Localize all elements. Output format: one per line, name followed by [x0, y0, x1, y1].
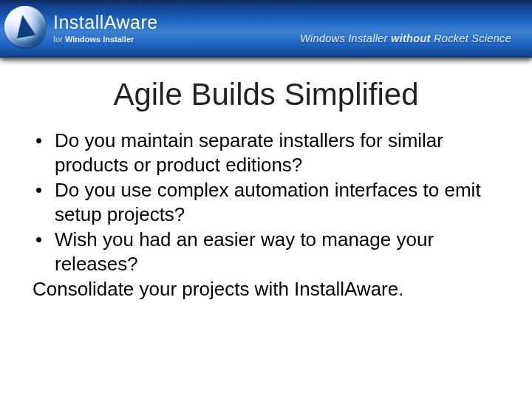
list-item: Wish you had an easier way to manage you…: [33, 228, 489, 276]
bullet-list: Do you maintain separate installers for …: [33, 129, 489, 276]
header-shadow: [0, 58, 532, 65]
list-item: Do you maintain separate installers for …: [33, 129, 489, 177]
list-item: Do you use complex automation interfaces…: [33, 178, 489, 226]
brand-name-aware: Aware: [104, 12, 158, 33]
header-tagline: Windows Installer without Rocket Science: [300, 33, 511, 44]
header-bar: InstallAware for Windows Installer Windo…: [0, 0, 532, 58]
closing-line: Consolidate your projects with InstallAw…: [33, 277, 489, 301]
brand-text: InstallAware for Windows Installer: [53, 13, 158, 44]
brand-sub-for: for: [53, 35, 65, 44]
slide: InstallAware for Windows Installer Windo…: [0, 0, 532, 399]
tagline-suffix: Rocket Science: [431, 33, 511, 44]
brand-name-install: Install: [53, 12, 104, 33]
tagline-emphasis: without: [391, 33, 431, 44]
tagline-prefix: Windows Installer: [300, 33, 391, 44]
slide-title: Agile Builds Simplified: [0, 77, 532, 112]
brand-logo-icon: [3, 4, 50, 52]
brand-name: InstallAware: [53, 13, 158, 32]
slide-body: Do you maintain separate installers for …: [33, 129, 489, 301]
brand-sub-wi: Windows Installer: [65, 35, 134, 44]
brand-subtitle: for Windows Installer: [53, 35, 158, 44]
brand-block: InstallAware for Windows Installer: [3, 4, 158, 52]
